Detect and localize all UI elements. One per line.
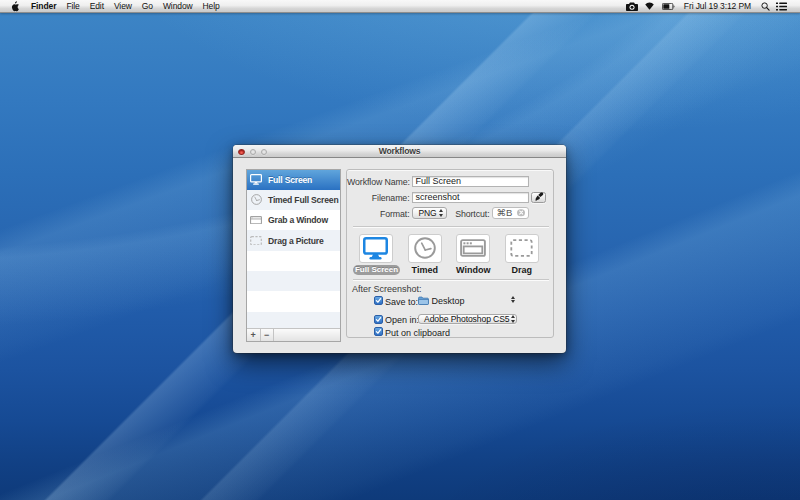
shortcut-value: ⌘B xyxy=(497,207,513,218)
shortcut-field[interactable]: ⌘B xyxy=(492,207,529,219)
remove-workflow-button[interactable]: − xyxy=(261,329,275,341)
clipboard-label: Put on clipboard xyxy=(385,328,450,338)
save-to-popup[interactable]: Desktop xyxy=(418,295,465,306)
clear-shortcut-icon[interactable] xyxy=(517,209,525,217)
separator xyxy=(353,279,549,280)
battery-icon[interactable] xyxy=(662,3,675,10)
workflow-settings-panel: Workflow Name: Full Screen Filename: scr… xyxy=(346,169,554,338)
mode-label-window: Window xyxy=(449,265,497,275)
menu-items: Finder File Edit View Go Window Help xyxy=(0,0,230,12)
marquee-icon xyxy=(250,235,262,247)
workflow-name-label: Workflow Name: xyxy=(347,177,410,187)
mode-button-timed[interactable] xyxy=(408,234,442,263)
menu-status-area: Fri Jul 19 3:12 PM xyxy=(626,0,787,12)
separator xyxy=(353,226,549,227)
workflow-name-field[interactable]: Full Screen xyxy=(412,176,529,188)
mode-label-timed: Timed xyxy=(401,265,449,275)
list-item-label: Full Screen xyxy=(268,175,312,185)
mode-button-window[interactable] xyxy=(456,234,490,263)
mode-button-full-screen[interactable] xyxy=(359,234,393,263)
footer-spacer xyxy=(274,329,340,341)
display-icon xyxy=(250,174,262,186)
window-titlebar[interactable]: Workflows xyxy=(233,145,566,158)
menu-bar: Finder File Edit View Go Window Help xyxy=(0,0,800,13)
apple-icon xyxy=(11,1,20,12)
wifi-icon[interactable] xyxy=(644,2,655,10)
menu-item-go[interactable]: Go xyxy=(142,1,153,11)
folder-icon xyxy=(418,296,429,305)
brush-icon xyxy=(534,192,544,202)
menu-bar-clock[interactable]: Fri Jul 19 3:12 PM xyxy=(684,1,751,11)
apple-menu[interactable] xyxy=(11,1,20,12)
save-to-label: Save to: xyxy=(385,297,418,307)
filename-field[interactable]: screenshot xyxy=(412,192,529,204)
shortcut-label: Shortcut: xyxy=(428,209,490,219)
list-item-label: Grab a Window xyxy=(268,215,328,225)
menu-item-help[interactable]: Help xyxy=(203,1,220,11)
checkmark-icon xyxy=(375,328,382,335)
popup-arrows-icon xyxy=(510,315,516,323)
menu-item-view[interactable]: View xyxy=(114,1,132,11)
list-item-grab-a-window[interactable]: Grab a Window xyxy=(247,210,340,230)
list-item-full-screen[interactable]: Full Screen xyxy=(247,170,340,190)
display-icon xyxy=(363,237,388,260)
list-item-timed-full-screen[interactable]: Timed Full Screen xyxy=(247,190,340,210)
list-item-label: Drag a Picture xyxy=(268,236,323,246)
open-in-popup[interactable]: Adobe Photoshop CS5 xyxy=(418,314,517,325)
workflows-window: Workflows Full Screen Timed Full Screen … xyxy=(233,145,566,353)
filename-action-button[interactable] xyxy=(531,192,546,204)
empty-row xyxy=(247,312,340,328)
after-screenshot-label: After Screenshot: xyxy=(352,284,422,294)
mode-label-drag: Drag xyxy=(498,265,546,275)
window-icon xyxy=(460,239,486,257)
workflow-list: Full Screen Timed Full Screen Grab a Win… xyxy=(246,169,341,343)
spotlight-icon[interactable] xyxy=(761,2,770,11)
menu-item-app[interactable]: Finder xyxy=(31,1,56,11)
empty-row xyxy=(247,271,340,291)
save-to-value: Desktop xyxy=(432,296,465,306)
menu-item-edit[interactable]: Edit xyxy=(90,1,104,11)
list-item-drag-a-picture[interactable]: Drag a Picture xyxy=(247,230,340,250)
filename-label: Filename: xyxy=(347,193,410,203)
open-in-value: Adobe Photoshop CS5 xyxy=(419,314,510,324)
menu-item-window[interactable]: Window xyxy=(163,1,193,11)
window-title: Workflows xyxy=(233,145,566,158)
list-footer: + − xyxy=(247,328,340,341)
window-icon xyxy=(250,214,262,226)
save-to-popup-arrows-icon[interactable] xyxy=(508,296,519,304)
clock-icon xyxy=(414,237,436,259)
clock-icon xyxy=(250,194,262,206)
format-label: Format: xyxy=(347,209,410,219)
open-in-label: Open in: xyxy=(385,315,419,325)
workflow-rows: Full Screen Timed Full Screen Grab a Win… xyxy=(247,170,340,329)
notification-center-icon[interactable] xyxy=(776,2,787,11)
checkmark-icon xyxy=(375,316,382,323)
mode-button-drag[interactable] xyxy=(505,234,539,263)
mode-label-full-screen: Full Screen xyxy=(353,265,400,275)
camera-icon[interactable] xyxy=(626,2,638,11)
list-item-label: Timed Full Screen xyxy=(268,195,338,205)
save-to-checkbox[interactable] xyxy=(374,296,383,305)
add-workflow-button[interactable]: + xyxy=(247,329,261,341)
marquee-icon xyxy=(510,239,533,257)
open-in-checkbox[interactable] xyxy=(374,315,383,324)
empty-row xyxy=(247,291,340,311)
menu-item-file[interactable]: File xyxy=(66,1,79,11)
empty-row xyxy=(247,251,340,271)
clipboard-checkbox[interactable] xyxy=(374,327,383,336)
checkmark-icon xyxy=(375,297,382,304)
